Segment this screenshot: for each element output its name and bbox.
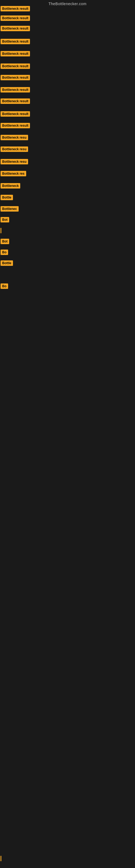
badge-row-8: Bottleneck result — [1, 87, 30, 94]
badge-row-15: Bottleneck res — [1, 171, 26, 177]
bottleneck-badge-6: Bottleneck result — [1, 63, 30, 69]
bottleneck-badge-16: Bottleneck — [1, 183, 20, 188]
bottleneck-badge-25: Bo — [1, 283, 8, 289]
badge-row-14: Bottleneck resu — [1, 159, 28, 165]
bottleneck-badge-19: Bot — [1, 217, 9, 222]
badge-row-25: Bo — [1, 283, 8, 290]
badge-row-23: Bottle — [1, 260, 13, 267]
bottleneck-badge-22: Bo — [1, 250, 8, 255]
marker-row-20 — [1, 228, 1, 233]
badge-row-11: Bottleneck result — [1, 123, 30, 129]
marker-bottom — [1, 856, 1, 861]
bottleneck-badge-23: Bottle — [1, 260, 13, 266]
badge-row-17: Bottle — [1, 195, 13, 201]
page-container: TheBottlenecker.com Bottleneck result Bo… — [0, 0, 135, 868]
bottleneck-badge-9: Bottleneck result — [1, 98, 30, 104]
badge-row-16: Bottleneck — [1, 183, 20, 190]
bottleneck-badge-4: Bottleneck result — [1, 39, 30, 44]
badge-row-7: Bottleneck result — [1, 75, 30, 82]
bottleneck-badge-11: Bottleneck result — [1, 123, 30, 128]
bottleneck-badge-21: Bot — [1, 239, 9, 244]
badge-row-4: Bottleneck result — [1, 39, 30, 45]
bottleneck-badge-10: Bottleneck result — [1, 111, 30, 117]
bottleneck-badge-5: Bottleneck result — [1, 51, 30, 56]
badge-row-10: Bottleneck result — [1, 111, 30, 118]
bottleneck-badge-2: Bottleneck result — [1, 16, 30, 21]
badge-row-19: Bot — [1, 217, 9, 223]
badge-row-6: Bottleneck result — [1, 63, 30, 70]
badge-row-1: Bottleneck result — [1, 6, 30, 12]
bottleneck-badge-3: Bottleneck result — [1, 26, 30, 31]
bottleneck-badge-18: Bottlenec — [1, 206, 18, 212]
bottleneck-badge-1: Bottleneck result — [1, 6, 30, 11]
bottleneck-badge-14: Bottleneck resu — [1, 159, 28, 164]
badge-row-3: Bottleneck result — [1, 26, 30, 32]
bottleneck-badge-12: Bottleneck resu — [1, 135, 28, 140]
badge-row-22: Bo — [1, 250, 8, 256]
bottleneck-badge-13: Bottleneck resu — [1, 147, 28, 152]
badge-row-5: Bottleneck result — [1, 51, 30, 58]
badge-row-12: Bottleneck resu — [1, 135, 28, 141]
badge-row-9: Bottleneck result — [1, 98, 30, 105]
badge-row-2: Bottleneck result — [1, 16, 30, 22]
bottleneck-badge-17: Bottle — [1, 195, 13, 200]
bottleneck-badge-8: Bottleneck result — [1, 87, 30, 93]
badge-row-21: Bot — [1, 239, 9, 245]
bottleneck-badge-15: Bottleneck res — [1, 171, 26, 176]
badge-row-13: Bottleneck resu — [1, 147, 28, 153]
badge-row-18: Bottlenec — [1, 206, 18, 213]
bottleneck-badge-7: Bottleneck result — [1, 75, 30, 80]
